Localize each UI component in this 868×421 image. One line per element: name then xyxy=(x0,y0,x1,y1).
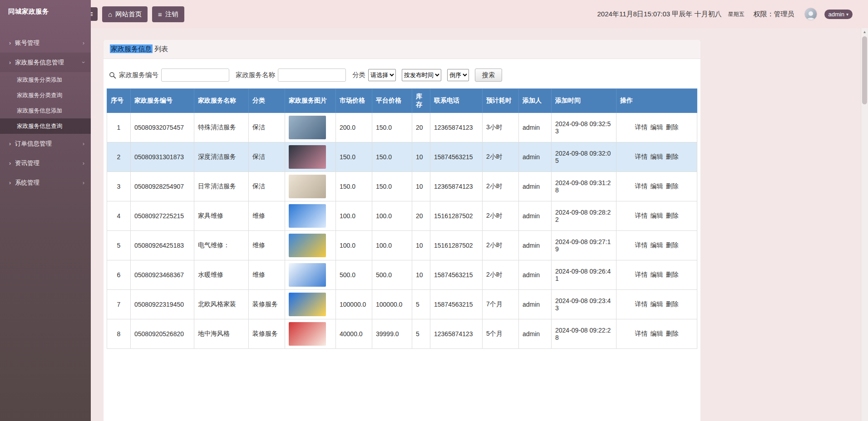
cell-market_price: 200.0 xyxy=(336,113,372,142)
col-header-market-price: 市场价格 xyxy=(336,89,372,113)
sidebar-item-label: 订单信息管理 xyxy=(15,140,52,148)
service-list-panel: 家政服务信息 列表 家政服务编号 家政服务名称 分类 请选择 xyxy=(104,40,700,421)
action-delete[interactable]: 删除 xyxy=(666,271,679,278)
chevron-right-icon: › xyxy=(83,160,84,166)
actions-cell: 详情编辑删除 xyxy=(616,290,697,319)
sidebar-subitem-category-query[interactable]: 家政服务分类查询 xyxy=(0,88,91,103)
home-button[interactable]: ⌂ 网站首页 xyxy=(102,6,148,22)
action-delete[interactable]: 删除 xyxy=(666,241,679,249)
action-delete[interactable]: 删除 xyxy=(666,330,679,337)
cell-duration: 2小时 xyxy=(483,142,519,172)
table-wrapper: 序号 家政服务编号 家政服务名称 分类 家政服务图片 市场价格 平台价格 库存 … xyxy=(104,88,700,349)
cell-created_at: 2024-09-08 09:31:28 xyxy=(552,172,616,201)
logout-button[interactable]: ≡ 注销 xyxy=(152,6,184,22)
service-name-input[interactable] xyxy=(278,69,346,82)
actions-cell: 详情编辑删除 xyxy=(616,231,697,260)
action-edit[interactable]: 编辑 xyxy=(651,123,663,131)
cell-creator: admin xyxy=(519,231,552,260)
action-detail[interactable]: 详情 xyxy=(635,330,648,337)
cell-platform_price: 500.0 xyxy=(372,260,412,290)
actions-cell: 详情编辑删除 xyxy=(616,172,697,201)
action-delete[interactable]: 删除 xyxy=(666,300,679,308)
action-detail[interactable]: 详情 xyxy=(635,182,648,190)
service-image-cell xyxy=(285,142,336,172)
service-image xyxy=(289,263,326,287)
sidebar-subitem-info-query[interactable]: 家政服务信息查询 xyxy=(0,118,91,134)
action-edit[interactable]: 编辑 xyxy=(651,182,663,190)
service-image xyxy=(289,204,326,228)
service-image-cell xyxy=(285,201,336,231)
action-delete[interactable]: 删除 xyxy=(666,182,679,190)
cell-phone: 15161287502 xyxy=(430,201,483,231)
action-edit[interactable]: 编辑 xyxy=(651,330,663,337)
action-detail[interactable]: 详情 xyxy=(635,153,648,160)
cell-code: 05080920526820 xyxy=(131,319,194,349)
table-header-row: 序号 家政服务编号 家政服务名称 分类 家政服务图片 市场价格 平台价格 库存 … xyxy=(107,89,697,113)
cell-category: 保洁 xyxy=(249,142,285,172)
action-edit[interactable]: 编辑 xyxy=(651,241,663,249)
actions-cell: 详情编辑删除 xyxy=(616,201,697,231)
sidebar-item-service-info-mgmt[interactable]: › 家政服务信息管理 › xyxy=(0,53,91,72)
page-title: 家政服务信息 列表 xyxy=(104,40,700,59)
sidebar-item-system-mgmt[interactable]: › 系统管理 › xyxy=(0,173,91,192)
cell-created_at: 2024-09-08 09:32:05 xyxy=(552,142,616,172)
cell-name: 日常清洁服务 xyxy=(194,172,249,201)
action-delete[interactable]: 删除 xyxy=(666,123,679,131)
cell-stock: 20 xyxy=(412,201,430,231)
cell-stock: 10 xyxy=(412,231,430,260)
category-select[interactable]: 请选择 xyxy=(368,69,396,81)
cell-creator: admin xyxy=(519,260,552,290)
col-header-image: 家政服务图片 xyxy=(285,89,336,113)
cell-name: 水暖维修 xyxy=(194,260,249,290)
sidebar-item-label: 账号管理 xyxy=(15,39,39,47)
cell-stock: 10 xyxy=(412,172,430,201)
cell-market_price: 100.0 xyxy=(336,231,372,260)
cell-platform_price: 150.0 xyxy=(372,172,412,201)
permission-text: 权限：管理员 xyxy=(754,10,794,19)
action-detail[interactable]: 详情 xyxy=(635,241,648,249)
col-header-name: 家政服务名称 xyxy=(194,89,249,113)
actions-cell: 详情编辑删除 xyxy=(616,113,697,142)
cell-created_at: 2024-09-08 09:23:43 xyxy=(552,290,616,319)
sidebar-submenu: 家政服务分类添加 家政服务分类查询 家政服务信息添加 家政服务信息查询 xyxy=(0,72,91,134)
weekday-text: 星期五 xyxy=(728,10,745,18)
cell-created_at: 2024-09-08 09:32:53 xyxy=(552,113,616,142)
sort-field-select[interactable]: 按发布时间 xyxy=(402,69,441,81)
cell-created_at: 2024-09-08 09:22:28 xyxy=(552,319,616,349)
home-icon: ⌂ xyxy=(108,11,112,18)
search-button[interactable]: 搜索 xyxy=(475,69,502,82)
page-scrollbar[interactable]: ▲ xyxy=(861,28,868,421)
scroll-up-arrow[interactable]: ▲ xyxy=(861,28,868,35)
service-code-input[interactable] xyxy=(161,69,229,82)
table-row: 205080931301873深度清洁服务保洁150.0150.01015874… xyxy=(107,142,697,172)
action-detail[interactable]: 详情 xyxy=(635,300,648,308)
action-delete[interactable]: 删除 xyxy=(666,212,679,219)
sidebar-subitem-info-add[interactable]: 家政服务信息添加 xyxy=(0,103,91,118)
service-name-label: 家政服务名称 xyxy=(236,71,275,79)
sort-order-select[interactable]: 倒序 xyxy=(447,69,469,81)
sidebar: 同城家政服务 › 账号管理 › › 家政服务信息管理 › 家政服务分类添加 家政… xyxy=(0,0,91,421)
cell-duration: 5个月 xyxy=(483,319,519,349)
action-edit[interactable]: 编辑 xyxy=(651,153,663,160)
user-menu[interactable]: admin ▾ xyxy=(824,10,853,19)
sidebar-item-news-mgmt[interactable]: › 资讯管理 › xyxy=(0,153,91,173)
action-edit[interactable]: 编辑 xyxy=(651,271,663,278)
cell-creator: admin xyxy=(519,113,552,142)
username-text: admin xyxy=(829,11,844,18)
action-edit[interactable]: 编辑 xyxy=(651,212,663,219)
main-column: ≡ ⌂ 网站首页 ≡ 注销 2024年11月8日15:07:03 甲辰年 十月初… xyxy=(91,0,868,421)
cell-market_price: 150.0 xyxy=(336,172,372,201)
action-detail[interactable]: 详情 xyxy=(635,271,648,278)
action-detail[interactable]: 详情 xyxy=(635,212,648,219)
sidebar-item-account-mgmt[interactable]: › 账号管理 › xyxy=(0,33,91,53)
sidebar-item-order-mgmt[interactable]: › 订单信息管理 › xyxy=(0,134,91,153)
person-icon xyxy=(805,10,816,20)
action-edit[interactable]: 编辑 xyxy=(651,300,663,308)
sidebar-subitem-category-add[interactable]: 家政服务分类添加 xyxy=(0,72,91,88)
cell-platform_price: 150.0 xyxy=(372,113,412,142)
scrollbar-thumb[interactable] xyxy=(862,36,867,104)
avatar[interactable] xyxy=(804,8,817,20)
page-title-highlight: 家政服务信息 xyxy=(110,44,153,53)
action-delete[interactable]: 删除 xyxy=(666,153,679,160)
action-detail[interactable]: 详情 xyxy=(635,123,648,131)
